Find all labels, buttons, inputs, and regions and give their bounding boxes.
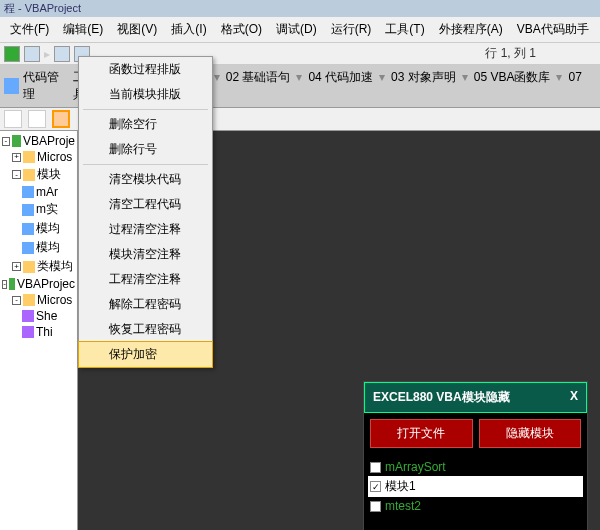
- menu-item[interactable]: 插入(I): [165, 19, 212, 40]
- fold-icon: [23, 261, 35, 273]
- tree-item[interactable]: Thi: [2, 324, 75, 340]
- excel-icon[interactable]: [4, 46, 20, 62]
- mod-icon: [22, 204, 34, 216]
- proj-icon: [9, 278, 15, 290]
- delete-icon: [87, 117, 103, 133]
- mod-icon: [22, 223, 34, 235]
- tree-item[interactable]: +类模均: [2, 257, 75, 276]
- menu-item[interactable]: 视图(V): [111, 19, 163, 40]
- menu-item[interactable]: VBA代码助手: [511, 19, 595, 40]
- tree-item[interactable]: -VBAProjec: [2, 276, 75, 292]
- tree-item[interactable]: +Micros: [2, 149, 75, 165]
- comment-icon: [87, 247, 103, 263]
- view-btn-active[interactable]: [52, 110, 70, 128]
- checkbox-icon: ✓: [370, 481, 381, 492]
- menu-item[interactable]: 工程清空注释: [79, 267, 212, 292]
- menu-item[interactable]: 解除工程密码: [79, 292, 212, 317]
- tree-item[interactable]: -VBAProje: [2, 133, 75, 149]
- menu-item[interactable]: 模块清空注释: [79, 242, 212, 267]
- menu-item[interactable]: 外接程序(A): [433, 19, 509, 40]
- code-category[interactable]: 05 VBA函数库: [472, 69, 553, 85]
- menu-item[interactable]: 运行(R): [325, 19, 378, 40]
- title-bar: 程 - VBAProject: [0, 0, 600, 17]
- sort-icon: [87, 62, 103, 78]
- toolbar-icon[interactable]: [54, 46, 70, 62]
- menu-item[interactable]: 删除行号: [79, 137, 212, 162]
- menu-item[interactable]: 函数过程排版: [79, 57, 212, 82]
- unlock-icon: [87, 297, 103, 313]
- menu-item[interactable]: 清空模块代码: [79, 167, 212, 192]
- menu-item[interactable]: 调试(D): [270, 19, 323, 40]
- cls-icon: [22, 310, 34, 322]
- menu-item[interactable]: 过程清空注释: [79, 217, 212, 242]
- fold-icon: [23, 294, 35, 306]
- module-item[interactable]: mtest2: [368, 497, 583, 515]
- project-explorer: -VBAProje+Micros-模块mArm实模均模均+类模均-VBAProj…: [0, 131, 78, 530]
- tree-item[interactable]: She: [2, 308, 75, 324]
- mod-icon: [22, 242, 34, 254]
- comment-icon: [87, 222, 103, 238]
- tree-item[interactable]: -模块: [2, 165, 75, 184]
- lock-icon: [87, 322, 103, 338]
- lock-icon: [87, 347, 103, 363]
- sort-icon: [87, 87, 103, 103]
- menu-item[interactable]: 编辑(E): [57, 19, 109, 40]
- proj-icon: [12, 135, 21, 147]
- code-category[interactable]: 02 基础语句: [224, 69, 293, 85]
- module-item[interactable]: mArraySort: [368, 458, 583, 476]
- cursor-position: 行 1, 列 1: [485, 45, 536, 62]
- code-category[interactable]: 04 代码加速: [306, 69, 375, 85]
- menu-item[interactable]: 保护加密: [78, 341, 213, 368]
- close-icon[interactable]: X: [570, 389, 578, 406]
- view-btn[interactable]: [4, 110, 22, 128]
- panel-title: EXCEL880 VBA模块隐藏: [373, 389, 510, 406]
- module-hide-panel: EXCEL880 VBA模块隐藏 X 打开文件 隐藏模块 mArraySort✓…: [363, 381, 588, 530]
- code-category[interactable]: 03 对象声明: [389, 69, 458, 85]
- menu-item[interactable]: 恢复工程密码: [79, 317, 212, 342]
- checkbox-icon: [370, 501, 381, 512]
- fold-icon: [23, 151, 35, 163]
- tree-item[interactable]: m实: [2, 200, 75, 219]
- toolbar-icon[interactable]: [24, 46, 40, 62]
- menu-item[interactable]: 文件(F): [4, 19, 55, 40]
- menu-item[interactable]: 清空工程代码: [79, 192, 212, 217]
- menu-item[interactable]: 工具(T): [379, 19, 430, 40]
- tree-item[interactable]: 模均: [2, 219, 75, 238]
- menu-item[interactable]: 删除空行: [79, 112, 212, 137]
- checkbox-icon: [370, 462, 381, 473]
- menu-item[interactable]: 当前模块排版: [79, 82, 212, 107]
- hide-module-button[interactable]: 隐藏模块: [479, 419, 582, 448]
- menu-item[interactable]: 格式(O): [215, 19, 268, 40]
- comment-icon: [87, 272, 103, 288]
- clear-icon: [87, 197, 103, 213]
- tree-item[interactable]: -Micros: [2, 292, 75, 308]
- open-file-button[interactable]: 打开文件: [370, 419, 473, 448]
- delete-icon: [87, 142, 103, 158]
- menubar: 文件(F)编辑(E)视图(V)插入(I)格式(O)调试(D)运行(R)工具(T)…: [0, 17, 600, 43]
- mod-icon: [22, 186, 34, 198]
- fold-icon: [23, 169, 35, 181]
- panel-titlebar: EXCEL880 VBA模块隐藏 X: [364, 382, 587, 413]
- tree-item[interactable]: mAr: [2, 184, 75, 200]
- tree-item[interactable]: 模均: [2, 238, 75, 257]
- cls-icon: [22, 326, 34, 338]
- tools-dropdown-menu: 函数过程排版当前模块排版删除空行删除行号清空模块代码清空工程代码过程清空注释模块…: [78, 56, 213, 368]
- clear-icon: [87, 172, 103, 188]
- view-btn[interactable]: [28, 110, 46, 128]
- module-item[interactable]: ✓模块1: [368, 476, 583, 497]
- code-mgmt-label[interactable]: 代码管理: [21, 68, 69, 104]
- code-icon: [4, 78, 19, 94]
